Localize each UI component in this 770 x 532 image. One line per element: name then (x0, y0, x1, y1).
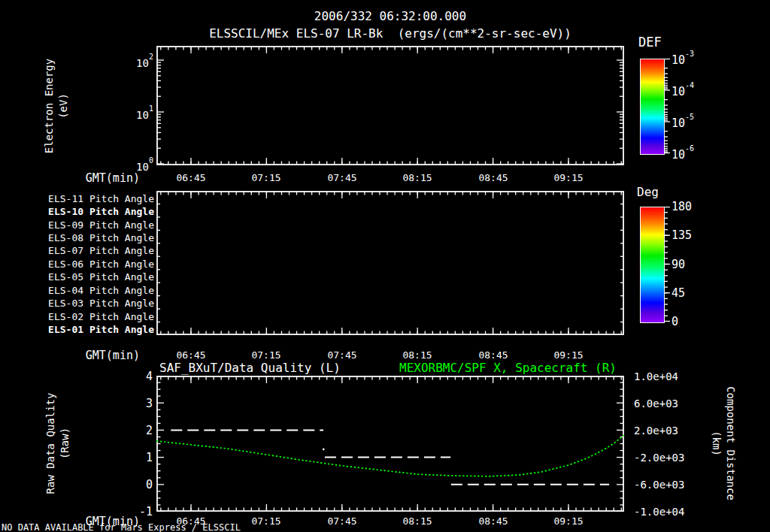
time-tick: 07:15 (244, 515, 289, 527)
distance-ytick: 1.0e+04 (634, 370, 697, 383)
els-row-label: ELS-02 Pitch Angle (14, 311, 154, 323)
energy-time-axis: GMT(min) 06:45 07:15 07:45 08:15 08:45 0… (0, 172, 770, 186)
els-row-label: ELS-08 Pitch Angle (14, 232, 154, 244)
distance-ytick: 6.0e+03 (634, 397, 697, 410)
energy-ytick: 101 (105, 105, 153, 119)
time-tick: 09:15 (546, 515, 591, 527)
def-colorbar-title: DEF (638, 35, 662, 50)
pitch-angle-plot (156, 191, 624, 335)
els-row-label: ELS-06 Pitch Angle (14, 258, 154, 271)
page-title: ELSSCIL/MEx ELS-07 LR-Bk (ergs/(cm**2-sr… (156, 26, 624, 41)
quality-ytick: 3 (110, 397, 153, 410)
deg-colorbar-tick-label: 45 (671, 286, 724, 300)
time-tick: 07:15 (244, 172, 289, 184)
deg-colorbar-tick-label: 180 (671, 200, 724, 213)
time-tick: 06:45 (168, 349, 214, 361)
gmt-axis-label: GMT(min) (74, 349, 140, 361)
time-tick: 09:15 (546, 349, 591, 361)
els-row-label: ELS-03 Pitch Angle (14, 298, 154, 310)
energy-spectrogram-plot (156, 46, 624, 165)
time-tick: 07:45 (320, 515, 365, 527)
time-tick: 09:15 (546, 172, 591, 184)
time-tick: 08:45 (471, 515, 516, 527)
quality-title-right: MEXORBMC/SPF X, Spacecraft (R) (399, 361, 617, 375)
def-colorbar-tick-label: 10-3 (671, 50, 724, 64)
els-row-label: ELS-09 Pitch Angle (14, 219, 154, 231)
time-tick: 08:15 (395, 172, 440, 184)
quality-ytick: 2 (110, 424, 153, 437)
time-tick: 08:15 (395, 515, 440, 527)
quality-ytick: 4 (110, 370, 153, 383)
els-row-label: ELS-11 Pitch Angle (14, 193, 154, 205)
distance-ytick: -2.0e+03 (634, 451, 697, 464)
pitch-time-axis: GMT(min) 06:45 07:15 07:45 08:15 08:45 0… (0, 349, 770, 363)
deg-colorbar-title: Deg (637, 185, 659, 199)
els-row-label: ELS-07 Pitch Angle (14, 245, 154, 257)
els-row-label: ELS-05 Pitch Angle (14, 271, 154, 283)
def-colorbar-tick-label: 10-4 (671, 82, 724, 95)
no-data-message: NO DATA AVAILABLE for Mars Express / ELS… (2, 522, 241, 532)
deg-colorbar-tick-label: 0 (671, 315, 724, 328)
time-tick: 08:15 (395, 349, 440, 361)
gmt-axis-label: GMT(min) (74, 172, 140, 184)
time-tick: 06:45 (168, 172, 214, 184)
deg-colorbar-tick-label: 90 (671, 258, 724, 271)
quality-ytick: 0 (110, 478, 153, 491)
time-tick: 07:45 (320, 172, 365, 184)
time-tick: 07:45 (320, 349, 365, 361)
plot-screen: 2006/332 06:32:00.000 ELSSCIL/MEx ELS-07… (0, 0, 770, 532)
els-row-label: ELS-10 Pitch Angle (14, 206, 154, 218)
distance-axis-label: Component Distance(km) (709, 346, 738, 532)
quality-title-left: SAF_BXuT/Data Quality (L) (159, 361, 341, 375)
els-row-label: ELS-01 Pitch Angle (14, 324, 154, 336)
energy-ytick: 102 (105, 53, 153, 67)
time-tick: 08:45 (471, 349, 516, 361)
deg-colorbar (640, 207, 665, 323)
els-row-label: ELS-04 Pitch Angle (14, 285, 154, 297)
deg-colorbar-tick-label: 135 (671, 228, 724, 242)
distance-ytick: -6.0e+03 (634, 478, 697, 491)
page-datetime: 2006/332 06:32:00.000 (156, 9, 624, 23)
time-tick: 07:15 (244, 349, 289, 361)
distance-ytick: 2.0e+03 (634, 424, 697, 437)
quality-axis-label: Raw Data Quality(Raw) (44, 346, 72, 532)
time-tick: 08:45 (471, 172, 516, 184)
def-colorbar-ticks (665, 59, 674, 154)
energy-ytick: 100 (105, 157, 153, 171)
def-colorbar (640, 59, 665, 155)
def-colorbar-tick-label: 10-6 (671, 145, 724, 159)
quality-distance-plot (156, 376, 624, 512)
quality-ytick: 1 (110, 451, 153, 464)
def-colorbar-tick-label: 10-5 (671, 113, 724, 127)
